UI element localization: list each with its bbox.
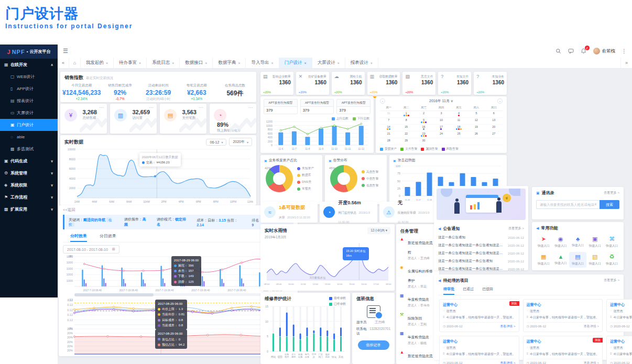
project-tab[interactable]: 待审批 <box>443 286 454 295</box>
notice-item[interactable]: 这是一条公告通知这是一条公告通知 2020-06-12 <box>434 257 528 265</box>
quick-entry[interactable]: ▧ 快捷入口 <box>586 252 604 268</box>
detail-link[interactable]: 查看详情 > <box>584 361 599 364</box>
tab[interactable]: 数据字典 × <box>213 58 246 68</box>
search-icon[interactable] <box>555 48 561 54</box>
tab-close-icon[interactable]: × <box>271 61 273 65</box>
stat-value: 1360 <box>476 80 504 85</box>
bell-icon[interactable]: 2 <box>581 48 586 54</box>
tab-close-icon[interactable]: × <box>337 61 340 65</box>
sidebar-item[interactable]: ▭ 大屏设计 <box>0 107 58 119</box>
more-link[interactable]: 查看更多 > <box>604 278 619 283</box>
tab[interactable]: 我发起的 × <box>81 58 114 68</box>
project-card[interactable]: 运营中心 ◌张世杰 ≡今日家中有事，特向领导申请请假一天，望批准。 ◷ 2020… <box>606 299 632 332</box>
calendar-month-select[interactable]: 2016年 11月 ∨ <box>385 98 497 104</box>
task-item[interactable]: ◉ 金属结构的维修养护发送人：翠花 <box>396 263 439 291</box>
scrollbar-handle[interactable] <box>74 293 154 296</box>
sidebar-item[interactable]: ⚑ 工作流程 ∨ <box>0 191 58 203</box>
more-icon[interactable]: ⋯ <box>99 105 104 110</box>
sidebar-item-label: 工作流程 <box>10 194 50 200</box>
notice-item[interactable]: 这是一条公告通知这是一条公告通知这是一条公告通知... 2020-06-12 <box>434 265 528 273</box>
sidebar-item[interactable]: ◌ able <box>0 131 58 143</box>
more-icon[interactable]: ⋯ <box>248 105 253 110</box>
date-select[interactable]: 06-12 <box>206 139 226 146</box>
tab-close-icon[interactable]: × <box>172 61 174 65</box>
tab-close-icon[interactable]: × <box>106 61 108 65</box>
tab-close-icon[interactable]: × <box>304 61 307 65</box>
hamburger-icon[interactable]: ☰ <box>63 48 68 54</box>
quick-entry[interactable]: ▲ 快捷入口 <box>552 252 570 268</box>
project-card[interactable]: 运营中心 ◌张世杰 ≡今日家中有事，特向领导申请请假一天，望批准。 ◷ 2020… <box>439 336 519 364</box>
tab-hourly-effect[interactable]: 分时效果 <box>70 233 87 242</box>
sidebar-item[interactable]: ▯ APP设计 <box>0 83 58 95</box>
message-icon[interactable] <box>568 48 574 54</box>
project-card[interactable]: 运营中心 加急 ◌张世杰 ≡今日家中有事，特向领导申请请假一天，望批准。 ◷ 2… <box>523 336 603 364</box>
sidebar-item[interactable]: ▢ WEB设计 <box>0 71 58 83</box>
quick-entry[interactable]: ▣ 快捷入口 <box>586 234 604 250</box>
quick-entry[interactable]: ▤ 快捷入口 <box>569 252 586 268</box>
detail-link[interactable]: 查看详情 > <box>500 324 515 329</box>
year-select[interactable]: 2020年 <box>229 138 252 146</box>
quick-entry[interactable]: ⌘ 快捷入口 <box>603 234 620 250</box>
contact-search-input[interactable] <box>536 200 600 209</box>
more-icon[interactable]: ⋯ <box>199 105 203 110</box>
more-link[interactable]: 查看更多 > <box>508 226 524 231</box>
sidebar-item[interactable]: ▩ 扩展应用 ∨ <box>0 203 58 215</box>
tab-daily-effect[interactable]: 分日效果 <box>100 233 116 242</box>
calendar-prev-icon[interactable]: ‹ <box>380 98 385 104</box>
tab[interactable]: 系统日志 × <box>147 58 180 68</box>
calendar-grid[interactable]: 周一周二周三周四周五周六周日31123456789101112131415161… <box>376 105 507 145</box>
sidebar-item[interactable]: ▩ 多选测试 <box>0 143 58 155</box>
project-card[interactable]: 运营中心 加急 ◌张世杰 ≡今日家中有事，特向领导申请请假一天，望批准。 ◷ 2… <box>606 336 632 364</box>
sidebar-item[interactable]: ◈ 系统权限 ∨ <box>0 179 58 191</box>
detail-link[interactable]: 查看详情 > <box>500 361 515 364</box>
sidebar-item[interactable]: ⚙ 系统管理 ∨ <box>0 167 58 179</box>
quick-entry[interactable]: ♻ 快捷入口 <box>603 252 620 268</box>
task-item[interactable]: ▦ 年度检查隐患发送人：杨桃 <box>396 329 439 348</box>
more-icon[interactable]: ⋯ <box>149 105 154 110</box>
task-item[interactable]: ▦ 年度检查隐患发送人：李伟奇 <box>396 291 439 310</box>
project-tab[interactable]: 已通过 <box>463 286 474 295</box>
quick-entry[interactable]: ♣ 快捷入口 <box>569 234 586 250</box>
calendar-next-icon[interactable]: › <box>497 98 503 104</box>
tab[interactable]: 门户设计 × <box>279 58 312 68</box>
task-item[interactable]: ▲ 新近巡查隐患流程发送人：王吉峰 <box>396 235 439 263</box>
tab-close-icon[interactable]: × <box>238 61 240 65</box>
chart-scrollbar[interactable] <box>74 293 283 296</box>
sidebar-item[interactable]: ▦ 在线开发 ∧ <box>0 59 58 71</box>
tab-close-icon[interactable]: × <box>371 61 373 65</box>
tab[interactable]: 报表设计 × <box>345 58 378 68</box>
quick-entry[interactable]: ➤ 快捷入口 <box>535 234 552 250</box>
tabs-collapse-icon[interactable]: « <box>58 58 69 68</box>
tab[interactable]: 导入导出 × <box>246 58 279 68</box>
quick-entry[interactable]: ◉ 快捷入口 <box>552 234 570 250</box>
date-range-picker[interactable]: 2017-08-10 - 2017-08-10⊞ <box>63 245 119 253</box>
notice-item[interactable]: 这是一条公告通知这是一条公告通知这是一条公告通知... 2020-06-12 <box>434 249 528 257</box>
user-name[interactable]: 俞紫槐 <box>602 48 616 54</box>
tab[interactable]: 大屏设计 × <box>312 58 345 68</box>
home-icon[interactable]: ⌂ <box>69 58 81 68</box>
detail-link[interactable]: 查看详情 > <box>584 324 599 329</box>
range-select[interactable]: 12小时内 ▾ <box>367 227 390 234</box>
sidebar-item[interactable]: ▤ 报表设计 <box>0 95 58 107</box>
project-date: 2020-06-12 <box>614 361 630 364</box>
duty-log-button[interactable]: 值班记录 <box>358 340 389 350</box>
project-tab[interactable]: 已驳回 <box>482 286 493 295</box>
tab[interactable]: 数据接口 × <box>180 58 213 68</box>
project-card[interactable]: 运营中心 ◌张世杰 ≡今日家中有事，特向领导申请请假一天，望批准。 ◷ 2020… <box>523 299 603 332</box>
task-item[interactable]: ▲ 新近巡查隐患流程发送人：王吉峰 <box>396 348 439 364</box>
notice-item[interactable]: 这是一条公告通知这是一条公告通知这是一条公告通知... 2020-06-12 <box>434 241 528 249</box>
tab-close-icon[interactable]: × <box>205 61 207 65</box>
avatar[interactable] <box>593 48 600 54</box>
tabs-expand-icon[interactable]: » <box>620 58 632 68</box>
tab-close-icon[interactable]: × <box>139 61 141 65</box>
project-card[interactable]: 运营中心 加急 ◌张世杰 ≡今日家中有事，特向领导申请请假一天，望批准。 ◷ 2… <box>439 299 519 332</box>
quick-entry[interactable]: ▦ 快捷入口 <box>535 252 552 268</box>
sidebar-item[interactable]: ▣ 门户设计 <box>0 119 58 131</box>
more-link[interactable]: 查看更多 > <box>604 191 619 195</box>
tab[interactable]: 待办事宜 × <box>114 58 147 68</box>
search-button[interactable]: 搜索 <box>600 200 619 209</box>
more-menu-icon[interactable]: ⋮ <box>622 48 627 54</box>
notice-item[interactable]: 这是一条公告通知 2020-06-12 <box>434 234 528 241</box>
sidebar-item[interactable]: ▣ 代码生成 ∨ <box>0 155 58 167</box>
task-item[interactable]: ⚒ 除险加固发送人：王刚 <box>396 310 439 329</box>
